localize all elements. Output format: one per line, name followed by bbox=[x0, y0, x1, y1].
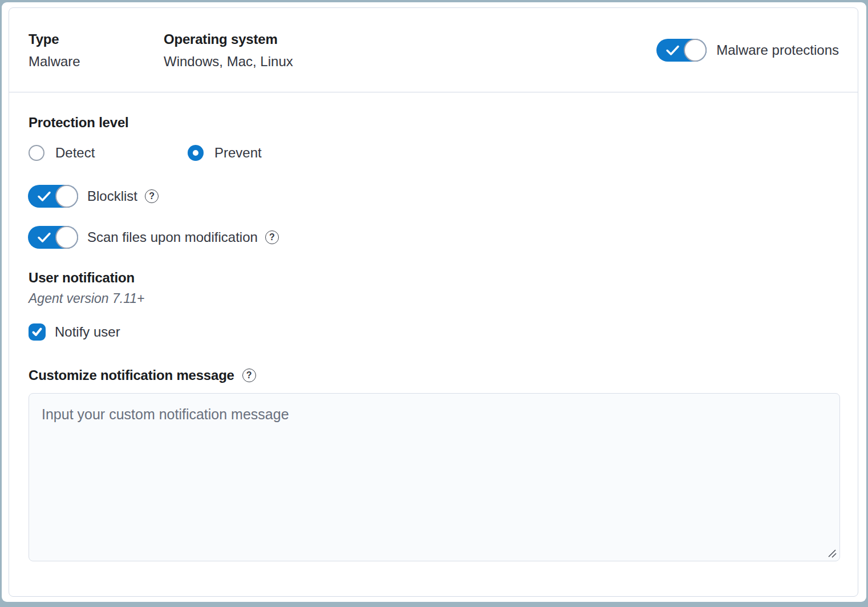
radio-prevent[interactable] bbox=[188, 145, 204, 161]
question-in-circle-icon[interactable]: ? bbox=[265, 230, 279, 244]
radio-detect[interactable] bbox=[29, 145, 44, 161]
card-header: Type Malware Operating system Windows, M… bbox=[9, 8, 858, 92]
scan-files-label: Scan files upon modification bbox=[87, 229, 258, 245]
protection-level-heading: Protection level bbox=[29, 115, 839, 131]
customize-message-heading: Customize notification message bbox=[29, 367, 234, 383]
user-notification-heading: User notification bbox=[29, 270, 839, 286]
notify-user-label: Notify user bbox=[55, 324, 120, 340]
notify-user-row: Notify user bbox=[29, 323, 839, 341]
protection-level-radio-group: Detect Prevent bbox=[29, 144, 839, 161]
settings-panel: Type Malware Operating system Windows, M… bbox=[2, 2, 866, 602]
question-in-circle-icon[interactable]: ? bbox=[242, 369, 256, 382]
malware-protections-toggle[interactable] bbox=[656, 39, 707, 62]
os-value: Windows, Mac, Linux bbox=[164, 54, 293, 70]
check-icon bbox=[38, 232, 51, 243]
malware-protections-label: Malware protections bbox=[716, 42, 839, 58]
type-label: Type bbox=[29, 31, 164, 47]
scan-files-toggle[interactable] bbox=[28, 226, 78, 249]
card-body: Protection level Detect Prevent bbox=[9, 92, 858, 561]
blocklist-toggle[interactable] bbox=[28, 185, 78, 208]
radio-prevent-label: Prevent bbox=[214, 145, 262, 161]
malware-protection-card: Type Malware Operating system Windows, M… bbox=[9, 7, 858, 597]
agent-version-note: Agent version 7.11+ bbox=[29, 291, 839, 306]
os-column: Operating system Windows, Mac, Linux bbox=[164, 31, 293, 70]
type-value: Malware bbox=[29, 54, 164, 70]
radio-detect-label: Detect bbox=[55, 145, 95, 161]
os-label: Operating system bbox=[164, 31, 293, 47]
blocklist-label: Blocklist bbox=[87, 188, 137, 204]
check-icon bbox=[666, 45, 680, 56]
toggle-knob bbox=[684, 39, 707, 62]
blocklist-row: Blocklist ? bbox=[28, 185, 839, 208]
malware-protections-switch-group: Malware protections bbox=[656, 39, 839, 62]
radio-option-prevent[interactable]: Prevent bbox=[188, 145, 262, 161]
toggle-knob bbox=[55, 226, 78, 249]
notify-user-checkbox[interactable] bbox=[29, 323, 46, 341]
toggle-knob bbox=[55, 185, 78, 208]
question-in-circle-icon[interactable]: ? bbox=[145, 189, 159, 203]
custom-message-textarea[interactable] bbox=[29, 393, 840, 561]
scan-files-row: Scan files upon modification ? bbox=[28, 226, 839, 249]
check-icon bbox=[29, 323, 46, 341]
customize-message-heading-row: Customize notification message ? bbox=[29, 367, 839, 383]
custom-message-field-wrap bbox=[29, 393, 840, 561]
check-icon bbox=[38, 191, 51, 202]
radio-option-detect[interactable]: Detect bbox=[29, 145, 188, 161]
type-column: Type Malware bbox=[29, 31, 164, 70]
